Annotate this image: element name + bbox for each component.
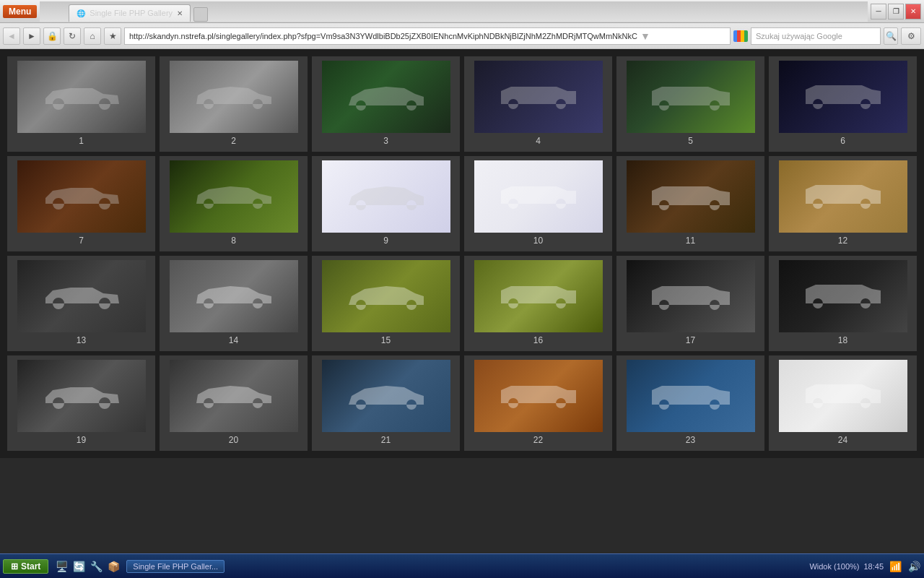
thumb-image-18 xyxy=(779,260,907,332)
gallery-thumb-17[interactable]: 17 xyxy=(616,256,764,351)
thumb-number-22: 22 xyxy=(533,435,543,445)
title-bar: Menu 🌐 Single File PHP Gallery ✕ + ─ ❐ ✕ xyxy=(0,0,924,23)
taskbar-browser-item[interactable]: Single File PHP Galler... xyxy=(126,560,225,573)
gallery-thumb-22[interactable]: 22 xyxy=(464,355,612,451)
thumb-image-2 xyxy=(170,61,298,133)
gallery-thumb-3[interactable]: 3 xyxy=(312,56,460,152)
gallery-thumb-8[interactable]: 8 xyxy=(160,156,308,251)
thumb-number-4: 4 xyxy=(536,136,541,146)
thumb-number-2: 2 xyxy=(231,136,236,146)
thumb-image-22 xyxy=(474,360,603,432)
browser-tab[interactable]: 🌐 Single File PHP Gallery ✕ xyxy=(69,4,191,22)
thumb-image-20 xyxy=(170,360,298,432)
taskbar-browser-label: Single File PHP Galler... xyxy=(133,562,218,571)
thumb-number-5: 5 xyxy=(688,136,693,146)
browser-chrome: Menu 🌐 Single File PHP Gallery ✕ + ─ ❐ ✕… xyxy=(0,0,924,49)
thumb-number-14: 14 xyxy=(229,335,238,345)
gallery-thumb-11[interactable]: 11 xyxy=(616,156,764,251)
thumb-image-24 xyxy=(779,360,907,432)
gallery-thumb-19[interactable]: 19 xyxy=(7,355,155,451)
thumb-number-7: 7 xyxy=(79,236,84,246)
tray-icon-network[interactable]: 📶 xyxy=(888,559,902,574)
gallery-thumb-5[interactable]: 5 xyxy=(616,56,764,152)
thumb-number-18: 18 xyxy=(838,335,847,345)
gallery-thumb-23[interactable]: 23 xyxy=(616,355,764,451)
gallery-thumb-12[interactable]: 12 xyxy=(769,156,917,251)
back-button[interactable]: ◄ xyxy=(3,27,20,45)
url-text: http://skandyn.nstrefa.pl/singlegallery/… xyxy=(129,32,637,40)
gallery-thumb-15[interactable]: 15 xyxy=(312,256,460,351)
thumb-number-10: 10 xyxy=(533,236,543,246)
forward-button[interactable]: ► xyxy=(23,27,40,45)
gallery-thumb-4[interactable]: 4 xyxy=(464,56,612,152)
gallery-thumb-2[interactable]: 2 xyxy=(160,56,308,152)
gallery-thumb-10[interactable]: 10 xyxy=(464,156,612,251)
thumb-image-6 xyxy=(779,61,907,133)
gallery-area: 123456789101112131415161718192021222324 xyxy=(0,49,924,458)
thumb-image-4 xyxy=(474,61,603,133)
taskbar-icon-3[interactable]: 🔧 xyxy=(89,559,103,574)
search-input[interactable]: Szukaj używając Google xyxy=(751,27,881,45)
thumb-image-15 xyxy=(322,260,450,332)
gallery-thumb-7[interactable]: 7 xyxy=(7,156,155,251)
taskbar-icon-2[interactable]: 🔄 xyxy=(71,559,86,574)
thumb-number-21: 21 xyxy=(381,435,391,445)
thumb-image-13 xyxy=(17,260,146,332)
tab-title: Single File PHP Gallery xyxy=(90,9,173,17)
tray-icon-volume[interactable]: 🔊 xyxy=(907,559,921,574)
start-icon: ⊞ xyxy=(11,561,18,571)
thumb-number-13: 13 xyxy=(77,335,86,345)
thumb-image-3 xyxy=(322,61,450,133)
taskbar-icon-4[interactable]: 📦 xyxy=(106,559,121,574)
menu-button[interactable]: Menu xyxy=(3,5,37,18)
search-placeholder: Szukaj używając Google xyxy=(756,32,842,40)
thumb-image-5 xyxy=(627,61,755,133)
search-button[interactable]: 🔍 xyxy=(884,27,898,45)
thumb-image-11 xyxy=(627,160,755,233)
thumb-number-11: 11 xyxy=(686,236,695,246)
gallery-thumb-1[interactable]: 1 xyxy=(7,56,155,152)
start-label: Start xyxy=(21,561,40,571)
url-bar[interactable]: http://skandyn.nstrefa.pl/singlegallery/… xyxy=(124,27,731,45)
bookmark-button[interactable]: ★ xyxy=(104,27,121,45)
new-tab-button[interactable]: + xyxy=(193,7,208,22)
thumb-number-19: 19 xyxy=(77,435,86,445)
thumb-image-17 xyxy=(627,260,755,332)
gallery-grid: 123456789101112131415161718192021222324 xyxy=(7,56,917,451)
thumb-number-3: 3 xyxy=(383,136,388,146)
thumb-number-8: 8 xyxy=(231,236,236,246)
gallery-thumb-21[interactable]: 21 xyxy=(312,355,460,451)
restore-button[interactable]: ❐ xyxy=(888,4,904,20)
gallery-thumb-18[interactable]: 18 xyxy=(769,256,917,351)
close-button[interactable]: ✕ xyxy=(905,4,921,20)
browser-tools-button[interactable]: ⚙ xyxy=(901,27,921,45)
lock-icon: 🔒 xyxy=(43,27,61,45)
taskbar-quick-launch: 🖥️ 🔄 🔧 📦 xyxy=(54,559,121,574)
gallery-thumb-14[interactable]: 14 xyxy=(160,256,308,351)
taskbar-icon-1[interactable]: 🖥️ xyxy=(54,559,69,574)
thumb-image-16 xyxy=(474,260,603,332)
thumb-image-14 xyxy=(170,260,298,332)
refresh-button[interactable]: ↻ xyxy=(64,27,81,45)
gallery-thumb-20[interactable]: 20 xyxy=(160,355,308,451)
browser-tools: ⚙ xyxy=(901,27,921,45)
search-area: Szukaj używając Google 🔍 xyxy=(733,27,898,45)
minimize-button[interactable]: ─ xyxy=(871,4,886,20)
gallery-thumb-9[interactable]: 9 xyxy=(312,156,460,251)
gallery-thumb-13[interactable]: 13 xyxy=(7,256,155,351)
thumb-image-23 xyxy=(627,360,755,432)
gallery-thumb-16[interactable]: 16 xyxy=(464,256,612,351)
tab-close-button[interactable]: ✕ xyxy=(177,9,183,17)
google-icon xyxy=(733,30,748,42)
thumb-number-6: 6 xyxy=(840,136,845,146)
thumb-image-10 xyxy=(474,160,603,233)
clock: 18:45 xyxy=(863,562,884,571)
gallery-thumb-24[interactable]: 24 xyxy=(769,355,917,451)
thumb-number-9: 9 xyxy=(383,236,388,246)
thumb-image-12 xyxy=(779,160,907,233)
thumb-number-23: 23 xyxy=(686,435,695,445)
gallery-thumb-6[interactable]: 6 xyxy=(769,56,917,152)
home-button[interactable]: ⌂ xyxy=(84,27,101,45)
start-button[interactable]: ⊞ Start xyxy=(3,559,48,574)
thumb-image-19 xyxy=(17,360,146,432)
